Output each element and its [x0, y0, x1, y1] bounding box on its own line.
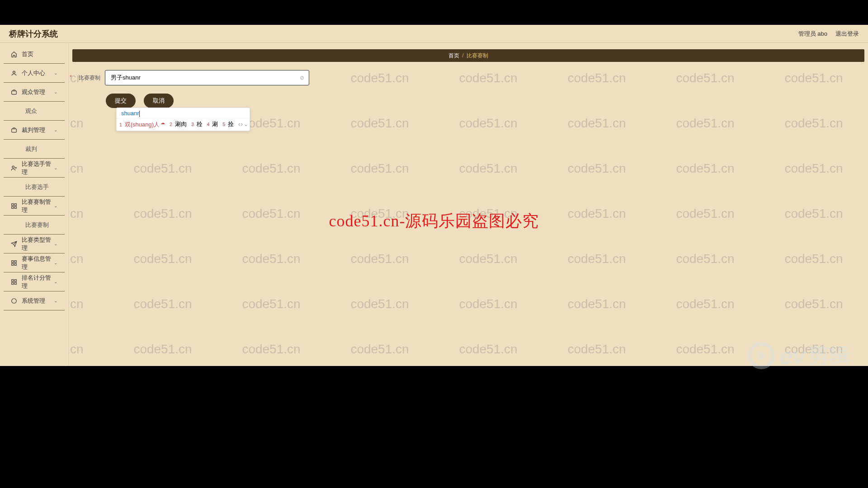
ime-more-icon[interactable]: ⌄	[244, 121, 248, 127]
sidebar-item-8[interactable]: 比赛赛制管理⌄	[4, 197, 65, 216]
svg-rect-14	[12, 282, 14, 284]
svg-point-3	[12, 166, 14, 168]
sidebar-item-label: 系统管理	[22, 297, 45, 305]
current-user-label[interactable]: 管理员 abo	[798, 30, 827, 38]
sidebar-item-11[interactable]: 赛事信息管理⌄	[4, 253, 65, 272]
sidebar-item-label: 首页	[22, 50, 33, 58]
submit-button[interactable]: 提交	[106, 94, 136, 108]
ime-candidate-4[interactable]: 4 涮	[207, 120, 218, 128]
svg-rect-13	[14, 279, 16, 281]
svg-rect-8	[12, 260, 14, 262]
svg-rect-11	[14, 263, 16, 265]
grid-icon	[11, 260, 17, 266]
ime-nav: ‹ › ⌄	[238, 121, 248, 127]
svg-rect-7	[14, 206, 16, 208]
logout-link[interactable]: 退出登录	[835, 30, 859, 38]
cancel-button[interactable]: 取消	[144, 94, 174, 108]
plane-icon	[11, 241, 17, 247]
breadcrumb-current: 比赛赛制	[467, 52, 488, 60]
app-viewport: code51.cncode51.cncode51.cncode51.cncode…	[0, 25, 868, 366]
svg-rect-2	[12, 129, 17, 132]
circle-icon	[11, 298, 17, 304]
ime-candidate-2[interactable]: 2 涮肉	[170, 120, 187, 128]
sidebar-item-10[interactable]: 比赛类型管理⌄	[4, 235, 65, 253]
chevron-down-icon: ⌄	[54, 165, 57, 170]
header-right: 管理员 abo 退出登录	[798, 30, 859, 38]
brand-text-en: ev	[779, 342, 805, 370]
app-title: 桥牌计分系统	[9, 28, 58, 39]
brand-mark: ev 剪辑	[748, 342, 850, 370]
sidebar-item-7[interactable]: 比赛选手	[4, 178, 65, 197]
sidebar-item-13[interactable]: 系统管理⌄	[4, 291, 65, 310]
chevron-down-icon: ⌄	[54, 298, 57, 303]
chevron-down-icon: ⌄	[54, 241, 57, 246]
sidebar-item-4[interactable]: 裁判管理⌄	[4, 121, 65, 140]
sidebar-item-1[interactable]: 个人中心⌄	[4, 64, 65, 83]
sidebar-item-label: 比赛赛制管理	[22, 198, 54, 214]
svg-rect-10	[12, 263, 14, 265]
ime-candidate-row: 1 双(shuang)人☁2 涮肉3 栓4 涮5 拴 ‹ › ⌄	[117, 118, 250, 131]
app-header: 桥牌计分系统 管理员 abo 退出登录	[0, 25, 868, 43]
sidebar-item-label: 观众管理	[22, 88, 45, 96]
ime-candidate-5[interactable]: 5 拴	[222, 120, 234, 128]
content-area: 首页 / 比赛赛制 比赛赛制 ⊘ 提交 取消	[69, 43, 868, 366]
svg-point-0	[13, 71, 15, 73]
sidebar-item-label: 比赛类型管理	[22, 236, 54, 252]
sidebar-item-label: 排名计分管理	[22, 274, 54, 290]
svg-rect-5	[14, 203, 16, 205]
svg-point-16	[12, 298, 17, 303]
breadcrumb: 首页 / 比赛赛制	[72, 49, 864, 62]
sidebar-item-12[interactable]: 排名计分管理⌄	[4, 272, 65, 291]
ime-popup: shuanr 1 双(shuang)人☁2 涮肉3 栓4 涮5 拴 ‹ › ⌄	[116, 108, 250, 131]
form-label-format: 比赛赛制	[73, 74, 100, 82]
brand-text-cjk: 剪辑	[808, 342, 850, 370]
chevron-down-icon: ⌄	[54, 89, 57, 94]
sidebar-item-label: 比赛赛制	[25, 221, 49, 229]
button-row: 提交 取消	[73, 94, 863, 108]
ime-candidate-1[interactable]: 1 双(shuang)人☁	[119, 120, 165, 129]
chevron-down-icon: ⌄	[54, 203, 57, 208]
sidebar-item-0[interactable]: 首页	[4, 45, 65, 64]
svg-rect-4	[12, 203, 14, 205]
sidebar-item-label: 裁判管理	[22, 126, 45, 134]
sidebar-item-label: 个人中心	[22, 69, 45, 77]
center-watermark: code51.cn-源码乐园盗图必究	[329, 210, 539, 232]
sidebar-item-label: 观众	[25, 107, 37, 115]
format-input[interactable]	[105, 70, 309, 85]
grid-icon	[11, 203, 17, 209]
ime-candidate-3[interactable]: 3 栓	[191, 120, 203, 128]
sidebar-item-label: 裁判	[25, 145, 37, 153]
chevron-down-icon: ⌄	[54, 70, 57, 75]
input-clear-icon[interactable]: ⊘	[298, 74, 306, 81]
chevron-down-icon: ⌄	[54, 127, 57, 132]
breadcrumb-sep: /	[462, 52, 463, 59]
breadcrumb-root[interactable]: 首页	[448, 52, 459, 60]
ime-composition-text: shuanr	[121, 110, 139, 117]
sidebar-item-5[interactable]: 裁判	[4, 140, 65, 159]
form-input-wrap: ⊘	[105, 70, 309, 85]
svg-rect-12	[12, 279, 14, 281]
sidebar-item-2[interactable]: 观众管理⌄	[4, 83, 65, 102]
person-add-icon	[11, 165, 17, 171]
svg-rect-6	[12, 206, 14, 208]
sidebar-item-label: 比赛选手	[25, 183, 49, 191]
sidebar-item-label: 比赛选手管理	[22, 160, 54, 176]
ime-next-icon[interactable]: ›	[241, 121, 243, 127]
briefcase-icon	[11, 89, 17, 95]
sidebar-item-6[interactable]: 比赛选手管理⌄	[4, 159, 65, 178]
sidebar-item-9[interactable]: 比赛赛制	[4, 216, 65, 235]
ime-prev-icon[interactable]: ‹	[238, 121, 240, 127]
form-row-format: 比赛赛制 ⊘	[73, 70, 863, 85]
chevron-down-icon: ⌄	[54, 279, 57, 284]
user-icon	[11, 70, 17, 76]
chevron-down-icon: ⌄	[54, 260, 57, 265]
brand-play-icon	[748, 342, 775, 369]
main-wrap: 首页个人中心⌄观众管理⌄观众裁判管理⌄裁判比赛选手管理⌄比赛选手比赛赛制管理⌄比…	[0, 43, 868, 366]
sidebar-item-3[interactable]: 观众	[4, 102, 65, 121]
svg-rect-1	[12, 91, 17, 94]
grid-icon	[11, 279, 17, 285]
ime-composition: shuanr	[117, 108, 250, 118]
home-icon	[11, 51, 17, 57]
svg-rect-9	[14, 260, 16, 262]
svg-rect-15	[14, 282, 16, 284]
